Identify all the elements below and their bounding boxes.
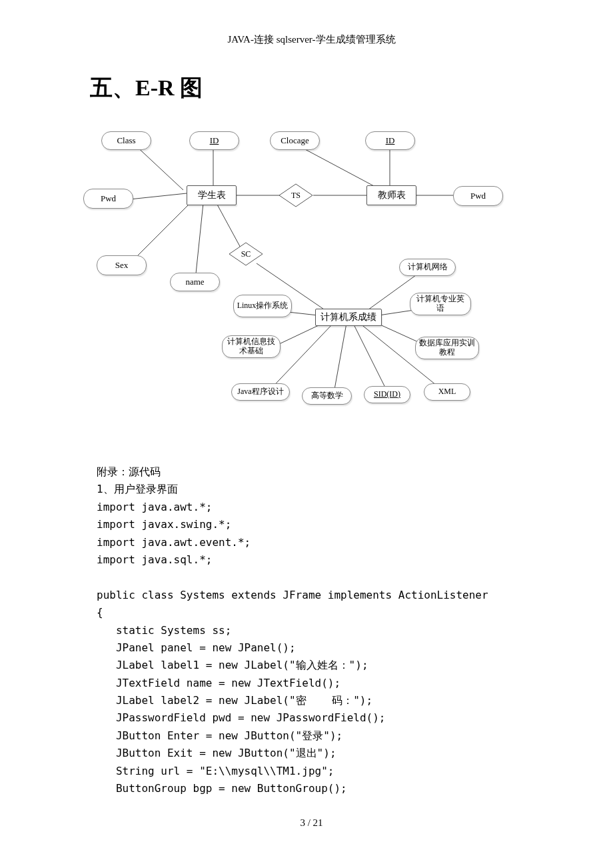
- code-line: JPasswordField pwd = new JPasswordField(…: [97, 711, 385, 724]
- section-title: 五、E-R 图: [90, 73, 533, 103]
- svg-line-15: [333, 323, 346, 397]
- code-line: import java.awt.*;: [97, 501, 212, 513]
- code-line: import javax.swing.*;: [97, 518, 231, 531]
- relation-sc-label: SC: [241, 249, 251, 259]
- code-line: JPanel panel = new JPanel();: [97, 641, 296, 654]
- code-block: 附录：源代码 1、用户登录界面 import java.awt.*; impor…: [97, 463, 533, 797]
- attr-cs-eng: 计算机专业英语: [410, 293, 471, 315]
- attr-cs-info: 计算机信息技术基础: [222, 335, 281, 358]
- code-line: JLabel label1 = new JLabel("输入姓名：");: [97, 659, 368, 671]
- attr-class: Class: [101, 131, 151, 150]
- svg-line-0: [133, 143, 183, 190]
- relation-ts: TS: [279, 183, 313, 207]
- entity-student: 学生表: [187, 185, 237, 205]
- code-line: JLabel label2 = new JLabel("密 码：");: [97, 694, 372, 707]
- relation-ts-label: TS: [291, 191, 301, 201]
- attr-id-student: ID: [189, 131, 239, 150]
- attr-sid: SID(ID): [364, 386, 410, 403]
- code-line: JButton Enter = new JButton("登录");: [97, 729, 342, 742]
- code-line: ButtonGroup bgp = new ButtonGroup();: [97, 782, 347, 795]
- attr-name: name: [170, 273, 220, 291]
- attr-xml: XML: [424, 383, 470, 401]
- code-line: JButton Exit = new JButton("退出");: [97, 747, 336, 759]
- code-line: import java.awt.event.*;: [97, 536, 251, 549]
- code-line: JTextField name = new JTextField();: [97, 677, 340, 689]
- attr-db-train: 数据库应用实训教程: [415, 337, 479, 359]
- er-diagram: 学生表 教师表 计算机系成绩 TS SC Class ID Clocage ID…: [83, 117, 523, 437]
- page-footer: 3 / 21: [90, 817, 533, 829]
- code-line: 附录：源代码: [97, 465, 161, 478]
- code-line: String url = "E:\\mysql\\TM1.jpg";: [97, 765, 334, 777]
- code-line: {: [97, 606, 103, 619]
- attr-id-teacher: ID: [365, 131, 415, 150]
- code-line: import java.sql.*;: [97, 553, 212, 566]
- code-line: public class Systems extends JFrame impl…: [97, 589, 488, 601]
- code-line: static Systems ss;: [97, 624, 231, 637]
- attr-pwd-student: Pwd: [83, 189, 133, 209]
- attr-sex: Sex: [97, 255, 147, 275]
- page: JAVA-连接 sqlserver-学生成绩管理系统 五、E-R 图: [0, 0, 613, 849]
- entity-grades: 计算机系成绩: [315, 309, 382, 326]
- attr-linux: Linux操作系统: [233, 295, 292, 317]
- code-line: 1、用户登录界面: [97, 483, 178, 495]
- svg-line-4: [195, 203, 203, 280]
- attr-adv-math: 高等数学: [302, 387, 352, 405]
- attr-java-prog: Java程序设计: [231, 383, 290, 401]
- entity-teacher: 教师表: [366, 185, 416, 205]
- page-header: JAVA-连接 sqlserver-学生成绩管理系统: [90, 33, 533, 46]
- attr-cs-net: 计算机网络: [399, 259, 456, 276]
- attr-pwd-teacher: Pwd: [453, 186, 503, 206]
- attr-clocage: Clocage: [270, 131, 320, 150]
- relation-sc: SC: [229, 242, 263, 266]
